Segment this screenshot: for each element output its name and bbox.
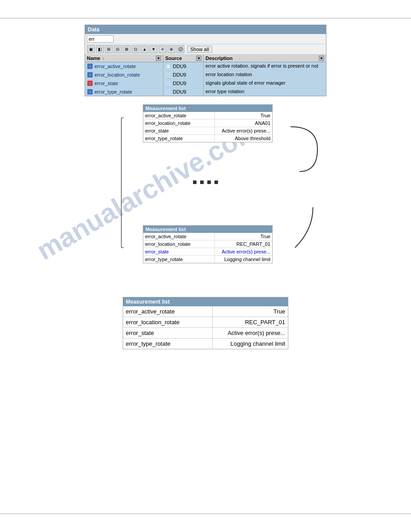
row-icon-3: ~ [87, 89, 93, 95]
data-panel-header: Name ↕ ▼ Source ▼ Description ▼ [85, 55, 326, 62]
data-row-0[interactable]: ~ error_active_rotate 📄 DDU9 error activ… [85, 62, 326, 71]
curved-arrow-1-svg [286, 122, 322, 176]
col-desc-header: Description ▼ [204, 55, 326, 62]
large-mlist-title: Measurement list [123, 297, 288, 306]
toolbar-icon-10[interactable]: ⊕ [167, 45, 176, 53]
top-rule [0, 18, 411, 18]
large-mlist-box: Measurement list error_active_rotate Tru… [123, 297, 288, 349]
dot-1 [193, 180, 197, 184]
search-input[interactable] [87, 35, 114, 43]
svg-rect-6 [166, 72, 171, 77]
data-panel-search [85, 34, 326, 44]
mlist-top-row-2: error_state Active error(s) prese... [143, 127, 272, 135]
toolbar-icon-4[interactable]: ⊟ [114, 45, 122, 53]
name-col-arrow[interactable]: ▼ [156, 56, 161, 61]
source-icon-3 [165, 89, 171, 95]
cell-desc-2: signals global state of error manager [204, 79, 326, 87]
mlist-top-title: Measurement list [143, 105, 272, 112]
svg-rect-9 [166, 81, 171, 86]
source-col-arrow[interactable]: ▼ [196, 56, 201, 61]
large-mlist-row-1: error_location_rotate REC_PART_01 [123, 317, 288, 328]
cell-source-0: 📄 DDU9 [163, 62, 204, 70]
svg-text:~: ~ [89, 73, 91, 77]
cell-source-1: DDU9 [163, 71, 204, 79]
toolbar-icon-11[interactable]: 🔘 [176, 45, 184, 53]
row-icon-1: ~ [87, 72, 93, 78]
data-row-2[interactable]: ! error_state DDU9 signals global state … [85, 79, 326, 88]
cell-source-3: DDU9 [163, 88, 204, 96]
mlist-box-bottom-small: Measurement list error_active_rotate Tru… [143, 225, 273, 263]
mlist-box-top: Measurement list error_active_rotate Tru… [143, 104, 273, 142]
cell-name-2: ! error_state [85, 79, 163, 87]
mlist-top-row-0: error_active_rotate True [143, 112, 272, 120]
bottom-rule [0, 514, 411, 514]
cell-desc-1: error location rotation [204, 71, 326, 79]
toolbar-icon-5[interactable]: ⊠ [123, 45, 131, 53]
col-source-header: Source ▼ [163, 55, 204, 62]
mlist-top-row-1: error_location_rotate ANA01 [143, 120, 272, 127]
toolbar-icon-1[interactable]: ▣ [87, 45, 95, 53]
row-icon-2: ! [87, 80, 93, 86]
svg-rect-12 [166, 89, 171, 94]
source-icon-2 [165, 80, 171, 86]
content-area: Data ▣ ◧ ⊞ ⊟ ⊠ ⊡ ▲ ▼ ≡ ⊕ 🔘 Show all Name… [0, 25, 411, 507]
cell-name-0: ~ error_active_rotate [85, 62, 163, 70]
mlist-bottom-small-row-1: error_location_rotate REC_PART_01 [143, 240, 272, 248]
mlist-bottom-small: Measurement list error_active_rotate Tru… [120, 225, 273, 263]
toolbar-icon-3[interactable]: ⊞ [105, 45, 113, 53]
data-row-3[interactable]: ~ error_type_rotate DDU9 error type rota… [85, 88, 326, 96]
data-row-1[interactable]: ~ error_location_rotate DDU9 error locat… [85, 71, 326, 79]
dot-3 [207, 180, 211, 184]
show-all-button[interactable]: Show all [187, 46, 212, 53]
col-name-header: Name ↕ ▼ [85, 55, 163, 62]
cell-source-2: DDU9 [163, 79, 204, 87]
toolbar-icon-6[interactable]: ⊡ [132, 45, 140, 53]
dot-2 [200, 180, 204, 184]
cell-desc-3: error type rotation [204, 88, 326, 96]
svg-text:📄: 📄 [167, 64, 171, 69]
mlist-top: Measurement list error_active_rotate Tru… [120, 104, 273, 142]
source-icon-0: 📄 [165, 63, 171, 69]
large-mlist-row-0: error_active_rotate True [123, 306, 288, 317]
data-panel: Data ▣ ◧ ⊞ ⊟ ⊠ ⊡ ▲ ▼ ≡ ⊕ 🔘 Show all Name… [85, 25, 326, 96]
toolbar-icon-8[interactable]: ▼ [150, 45, 158, 53]
large-mlist-row-2: error_state Active error(s) prese... [123, 328, 288, 339]
mlist-bottom-small-row-3: error_type_rotate Logging channel limit [143, 256, 272, 263]
source-icon-1 [165, 72, 171, 78]
data-panel-title: Data [85, 25, 326, 34]
dot-4 [214, 180, 218, 184]
mlist-bottom-small-row-0: error_active_rotate True [143, 233, 272, 240]
svg-text:~: ~ [89, 64, 91, 69]
mlist-top-row-3: error_type_rotate Above threshold [143, 135, 272, 142]
toolbar-icon-9[interactable]: ≡ [158, 45, 167, 53]
svg-text:!: ! [90, 82, 90, 85]
cell-name-1: ~ error_location_rotate [85, 71, 163, 79]
desc-col-arrow[interactable]: ▼ [319, 56, 324, 61]
data-panel-toolbar: ▣ ◧ ⊞ ⊟ ⊠ ⊡ ▲ ▼ ≡ ⊕ 🔘 Show all [85, 44, 326, 55]
diagram-section: Measurement list error_active_rotate Tru… [85, 104, 326, 292]
mlist-bottom-small-row-2: error_state Active error(s) prese... [143, 248, 272, 256]
cell-name-3: ~ error_type_rotate [85, 88, 163, 96]
toolbar-icon-7[interactable]: ▲ [141, 45, 149, 53]
large-mlist-row-3: error_type_rotate Logging channel limit [123, 339, 288, 349]
cell-desc-0: error active rotation. signals if error … [204, 62, 326, 70]
mlist-bottom-small-title: Measurement list [143, 226, 272, 233]
toolbar-icon-2[interactable]: ◧ [96, 45, 104, 53]
dots-area [193, 180, 218, 184]
curved-arrow-2-svg [286, 203, 322, 257]
row-icon-0: ~ [87, 63, 93, 69]
svg-text:~: ~ [89, 90, 91, 94]
